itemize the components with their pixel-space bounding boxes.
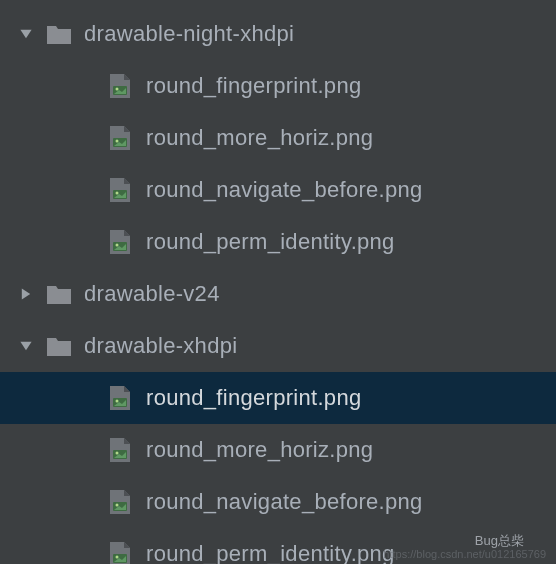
file-label: round_fingerprint.png	[146, 73, 361, 99]
file-label: round_fingerprint.png	[146, 385, 361, 411]
image-file-icon	[108, 385, 132, 411]
folder-row[interactable]: drawable-v24	[0, 268, 556, 320]
svg-point-11	[116, 452, 119, 455]
image-file-icon	[108, 437, 132, 463]
file-row[interactable]: round_navigate_before.png	[0, 164, 556, 216]
file-label: round_more_horiz.png	[146, 437, 373, 463]
image-file-icon	[108, 541, 132, 564]
svg-point-5	[116, 192, 119, 195]
file-row[interactable]: round_perm_identity.png	[0, 216, 556, 268]
file-label: round_perm_identity.png	[146, 541, 395, 564]
folder-icon	[46, 335, 72, 357]
image-file-icon	[108, 229, 132, 255]
image-file-icon	[108, 73, 132, 99]
file-tree: drawable-night-xhdpi round_fingerprint.p…	[0, 0, 556, 564]
file-label: round_navigate_before.png	[146, 489, 423, 515]
file-row[interactable]: round_more_horiz.png	[0, 112, 556, 164]
image-file-icon	[108, 489, 132, 515]
folder-label: drawable-v24	[84, 281, 220, 307]
file-row[interactable]: round_fingerprint.png	[0, 372, 556, 424]
watermark-url: https://blog.csdn.net/u012165769	[383, 548, 546, 560]
image-file-icon	[108, 177, 132, 203]
svg-point-7	[116, 244, 119, 247]
file-row[interactable]: round_more_horiz.png	[0, 424, 556, 476]
folder-icon	[46, 23, 72, 45]
chevron-down-icon[interactable]	[16, 336, 36, 356]
svg-point-3	[116, 140, 119, 143]
folder-label: drawable-night-xhdpi	[84, 21, 294, 47]
folder-row[interactable]: drawable-night-xhdpi	[0, 8, 556, 60]
file-label: round_perm_identity.png	[146, 229, 395, 255]
chevron-down-icon[interactable]	[16, 24, 36, 44]
file-row[interactable]: round_navigate_before.png	[0, 476, 556, 528]
folder-label: drawable-xhdpi	[84, 333, 237, 359]
file-label: round_navigate_before.png	[146, 177, 423, 203]
svg-point-1	[116, 88, 119, 91]
chevron-right-icon[interactable]	[16, 284, 36, 304]
svg-point-9	[116, 400, 119, 403]
svg-point-15	[116, 556, 119, 559]
svg-point-13	[116, 504, 119, 507]
folder-icon	[46, 283, 72, 305]
file-label: round_more_horiz.png	[146, 125, 373, 151]
file-row[interactable]: round_fingerprint.png	[0, 60, 556, 112]
image-file-icon	[108, 125, 132, 151]
folder-row[interactable]: drawable-xhdpi	[0, 320, 556, 372]
